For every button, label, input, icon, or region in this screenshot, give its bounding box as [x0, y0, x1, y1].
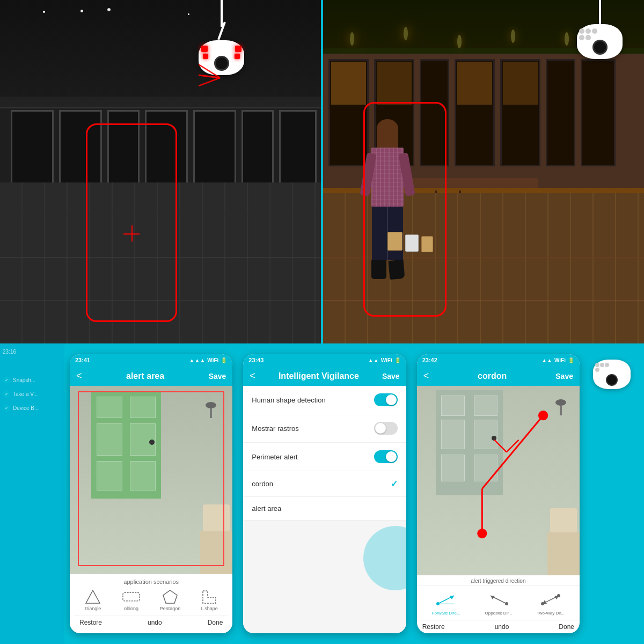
- svg-line-12: [494, 440, 507, 452]
- restore-btn-left[interactable]: Restore: [79, 619, 102, 626]
- shape-oblong[interactable]: oblong: [122, 589, 141, 611]
- left-camera-panel: [0, 0, 321, 343]
- shape-row: triangle oblong Pe: [74, 589, 228, 611]
- nav-title-right: cordon: [478, 371, 507, 381]
- svg-line-2: [199, 78, 220, 86]
- done-btn-left[interactable]: Done: [208, 619, 223, 626]
- status-icons-right: ▲▲ WiFi 🔋: [541, 357, 574, 363]
- nav-back-mid[interactable]: <: [250, 370, 255, 382]
- vigilance-item-human: Human shape detection: [243, 386, 406, 414]
- forward-direction-icon: [433, 590, 459, 609]
- phone-cordon: 23:42 ▲▲ WiFi 🔋 < cordon Save: [417, 354, 580, 633]
- detection-box-right: [363, 102, 447, 317]
- status-bar-mid: 23:43 ▲▲ WiFi 🔋: [243, 354, 406, 366]
- done-btn-right[interactable]: Done: [559, 623, 574, 631]
- vigilance-item-rastros: Mostrar rastros: [243, 414, 406, 443]
- top-section: [0, 0, 644, 343]
- nav-bar-right: < cordon Save: [417, 366, 580, 386]
- nav-save-right[interactable]: Save: [555, 372, 573, 380]
- svg-marker-5: [163, 590, 177, 603]
- shape-pentagon[interactable]: Pentagon: [160, 589, 181, 611]
- app-label: application scenarios: [74, 579, 228, 585]
- status-icons-mid: ▲▲ WiFi 🔋: [368, 357, 401, 363]
- direction-twoway[interactable]: Two-Way Dir...: [537, 590, 565, 616]
- nav-save-left[interactable]: Save: [209, 372, 226, 380]
- svg-point-16: [436, 602, 440, 605]
- laser-beams-left: [199, 62, 321, 94]
- svg-point-10: [477, 529, 487, 538]
- nav-back-right[interactable]: <: [423, 370, 429, 382]
- bleed-time: 23:16: [0, 343, 64, 360]
- svg-point-9: [538, 411, 548, 420]
- right-scene: [323, 0, 644, 343]
- nav-title-mid: Intelligent Vigilance: [279, 371, 359, 381]
- status-time-left: 23:41: [75, 357, 90, 363]
- bleed-item-2: ✓ Take a V...: [3, 390, 62, 398]
- right-camera-panel: [323, 0, 644, 343]
- nav-bar-mid: < Intelligent Vigilance Save: [243, 366, 406, 386]
- vigilance-list: Human shape detection Mostrar rastros Pe…: [243, 386, 406, 633]
- left-scene: [0, 0, 321, 343]
- svg-point-19: [505, 602, 508, 605]
- phone-intelligent-vigilance: 23:43 ▲▲ WiFi 🔋 < Intelligent Vigilance …: [243, 354, 406, 633]
- toggle-knob-human: [386, 394, 397, 405]
- toggle-knob-perimeter: [386, 451, 397, 462]
- vigilance-item-cordon[interactable]: cordon ✓: [243, 471, 406, 497]
- svg-line-7: [482, 415, 543, 488]
- cordon-camera-view: [417, 386, 580, 575]
- shape-triangle[interactable]: triangle: [84, 589, 103, 611]
- camera-device-left: [199, 0, 244, 75]
- svg-rect-4: [123, 592, 140, 601]
- detection-box-left: [86, 123, 177, 322]
- undo-btn-left[interactable]: undo: [148, 619, 162, 626]
- cordon-door-scene: [417, 386, 580, 575]
- svg-marker-6: [203, 591, 216, 603]
- cordon-line-svg: [417, 386, 580, 575]
- direction-row: Forward Dire... Opposite Dir...: [417, 586, 580, 620]
- undo-btn-right[interactable]: undo: [495, 623, 509, 631]
- panel-divider: [321, 0, 323, 343]
- vigilance-item-alert-area[interactable]: alert area: [243, 497, 406, 521]
- vigilance-item-perimeter: Perimeter alert: [243, 443, 406, 471]
- crosshair-left: [123, 225, 140, 241]
- svg-point-24: [557, 594, 560, 597]
- status-time-right: 23:42: [422, 357, 437, 363]
- toggle-human-shape[interactable]: [374, 393, 398, 406]
- shape-lshape[interactable]: L shape: [200, 589, 218, 611]
- opposite-direction-icon: [485, 590, 512, 609]
- restore-btn-right[interactable]: Restore: [422, 623, 445, 631]
- nav-bar-left: < alert area Save: [70, 366, 232, 386]
- bottom-section: 23:16 ✓ Snapsh... ✓ Take a V... ✓ Device…: [0, 343, 644, 644]
- door-view-left: [70, 386, 232, 574]
- left-bleed: 23:16 ✓ Snapsh... ✓ Take a V... ✓ Device…: [0, 343, 64, 644]
- toggle-knob-rastros: [375, 423, 386, 434]
- nav-title-left: alert area: [126, 371, 164, 381]
- twoway-direction-icon: [537, 590, 564, 609]
- bleed-item-1: ✓ Snapsh...: [3, 376, 62, 384]
- direction-forward[interactable]: Forward Dire...: [432, 590, 460, 616]
- camera-view-left: [70, 386, 232, 574]
- action-row-right: Restore undo Done: [417, 620, 580, 633]
- status-bar-right: 23:42 ▲▲ WiFi 🔋: [417, 354, 580, 366]
- toggle-rastros[interactable]: [374, 422, 398, 435]
- svg-point-23: [541, 602, 544, 605]
- cordon-checkmark: ✓: [391, 479, 398, 489]
- status-icons-left: ▲▲▲ WiFi 🔋: [189, 357, 228, 363]
- action-row-left: Restore undo Done: [74, 616, 228, 629]
- nav-back-left[interactable]: <: [76, 370, 82, 382]
- oblong-icon: [122, 589, 141, 604]
- direction-opposite[interactable]: Opposite Dir...: [485, 590, 513, 616]
- door-alert-box: [78, 391, 224, 566]
- svg-marker-3: [86, 590, 100, 603]
- status-time-mid: 23:43: [248, 357, 264, 363]
- lshape-icon: [200, 589, 218, 604]
- phone-alert-area: 23:41 ▲▲▲ WiFi 🔋 < alert area Save: [70, 354, 232, 633]
- toggle-perimeter[interactable]: [374, 450, 398, 463]
- nav-save-mid[interactable]: Save: [382, 372, 400, 380]
- status-bar-left: 23:41 ▲▲▲ WiFi 🔋: [70, 354, 232, 366]
- app-bottom-left: application scenarios triangle: [70, 574, 232, 633]
- triangle-icon: [84, 589, 103, 604]
- alert-direction-label: alert triggered direction: [417, 575, 580, 586]
- camera-device-right: [577, 0, 623, 59]
- pentagon-icon: [161, 589, 180, 604]
